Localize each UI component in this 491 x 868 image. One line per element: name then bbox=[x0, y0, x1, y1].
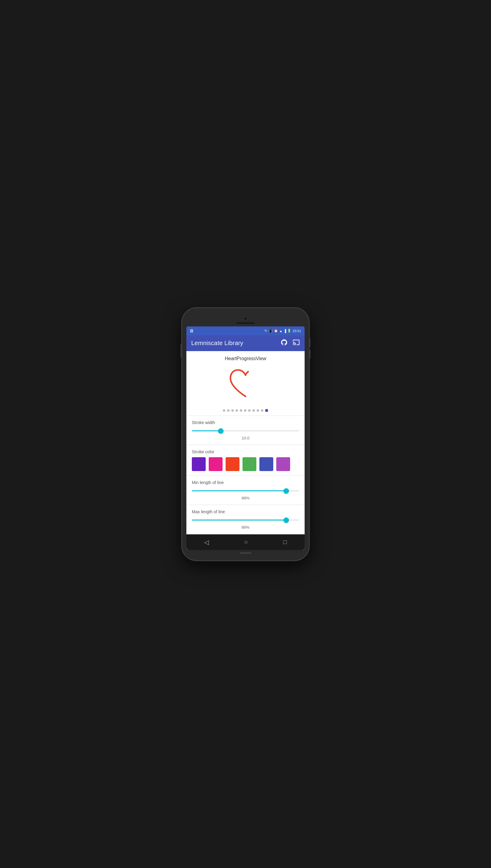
stroke-width-slider-fill bbox=[192, 430, 221, 431]
speaker bbox=[236, 322, 255, 324]
max-length-slider-thumb[interactable] bbox=[284, 518, 289, 523]
max-length-label: Max length of line bbox=[192, 509, 299, 514]
phone-top bbox=[186, 313, 305, 327]
color-swatch-violet[interactable] bbox=[276, 457, 290, 471]
status-right: ↻ 📳 ⏰ ▲ ▐ 🔋 23:51 bbox=[264, 329, 301, 333]
nav-bar: ◁ ○ □ bbox=[186, 534, 305, 550]
stroke-width-label: Stroke width bbox=[192, 420, 299, 425]
image-icon: 🖼 bbox=[190, 329, 193, 333]
alarm-icon: ⏰ bbox=[274, 329, 278, 333]
min-length-slider-fill bbox=[192, 490, 286, 491]
min-length-slider-track-wrapper[interactable] bbox=[192, 488, 299, 494]
stroke-width-slider-container: 10.0 bbox=[192, 428, 299, 440]
app-title: Lemniscate Library bbox=[191, 340, 243, 347]
clock: 23:51 bbox=[293, 329, 301, 333]
max-length-slider-fill bbox=[192, 520, 286, 521]
min-length-slider-track bbox=[192, 490, 299, 491]
status-left: 🖼 bbox=[190, 329, 193, 333]
color-swatch-green[interactable] bbox=[242, 457, 256, 471]
dot-7[interactable] bbox=[248, 409, 251, 412]
dot-4[interactable] bbox=[235, 409, 238, 412]
signal-icon: ▐ bbox=[284, 329, 286, 333]
max-length-group: Max length of line 88% bbox=[186, 505, 305, 534]
min-length-group: Min length of line 88% bbox=[186, 476, 305, 505]
dot-9[interactable] bbox=[257, 409, 259, 412]
camera bbox=[243, 316, 248, 321]
color-swatches bbox=[192, 457, 299, 471]
min-length-value: 88% bbox=[241, 496, 250, 500]
phone-screen: 🖼 ↻ 📳 ⏰ ▲ ▐ 🔋 23:51 Lemniscate Library bbox=[186, 327, 305, 550]
stroke-width-group: Stroke width 10.0 bbox=[186, 416, 305, 445]
home-indicator bbox=[239, 553, 252, 554]
stroke-width-slider-thumb[interactable] bbox=[218, 428, 224, 434]
app-bar: Lemniscate Library bbox=[186, 336, 305, 351]
color-swatch-blue[interactable] bbox=[259, 457, 273, 471]
max-length-value: 88% bbox=[241, 525, 250, 530]
stroke-color-group: Stroke color bbox=[186, 445, 305, 475]
heart-view-title: HeartProgressView bbox=[225, 356, 266, 361]
stroke-width-value: 10.0 bbox=[241, 436, 249, 440]
recent-button[interactable]: □ bbox=[283, 538, 287, 546]
dot-11[interactable] bbox=[265, 409, 268, 412]
power-button[interactable] bbox=[180, 344, 181, 358]
app-bar-icons bbox=[281, 339, 300, 348]
wifi-icon: ▲ bbox=[279, 329, 283, 333]
color-swatch-orange[interactable] bbox=[226, 457, 239, 471]
min-length-slider-container: 88% bbox=[192, 488, 299, 500]
stroke-color-label: Stroke color bbox=[192, 450, 299, 454]
min-length-slider-thumb[interactable] bbox=[284, 488, 289, 494]
max-length-slider-track-wrapper[interactable] bbox=[192, 517, 299, 523]
cast-icon[interactable] bbox=[293, 339, 300, 348]
phone-bottom bbox=[186, 550, 305, 555]
max-length-slider-track bbox=[192, 520, 299, 521]
home-button[interactable]: ○ bbox=[244, 538, 248, 546]
color-swatch-pink[interactable] bbox=[209, 457, 223, 471]
dot-5[interactable] bbox=[240, 409, 242, 412]
max-length-slider-container: 88% bbox=[192, 517, 299, 530]
pagination-dots bbox=[223, 409, 268, 412]
volume-up-button[interactable] bbox=[310, 338, 311, 347]
back-button[interactable]: ◁ bbox=[204, 538, 209, 546]
color-swatch-purple[interactable] bbox=[192, 457, 206, 471]
stroke-width-slider-track-wrapper[interactable] bbox=[192, 428, 299, 434]
dot-10[interactable] bbox=[261, 409, 263, 412]
controls-section: Stroke width 10.0 Stroke color bbox=[186, 416, 305, 534]
phone-device: 🖼 ↻ 📳 ⏰ ▲ ▐ 🔋 23:51 Lemniscate Library bbox=[182, 308, 309, 560]
dot-6[interactable] bbox=[244, 409, 247, 412]
stroke-width-slider-track bbox=[192, 430, 299, 431]
vibrate-icon: 📳 bbox=[268, 329, 272, 333]
heart-animation bbox=[221, 366, 270, 405]
heart-view-area: HeartProgressView bbox=[186, 351, 305, 416]
dot-2[interactable] bbox=[227, 409, 230, 412]
dot-8[interactable] bbox=[253, 409, 255, 412]
volume-down-button[interactable] bbox=[310, 350, 311, 359]
status-bar: 🖼 ↻ 📳 ⏰ ▲ ▐ 🔋 23:51 bbox=[186, 327, 305, 336]
battery-icon: 🔋 bbox=[287, 329, 291, 333]
dot-3[interactable] bbox=[231, 409, 234, 412]
dot-1[interactable] bbox=[223, 409, 225, 412]
min-length-label: Min length of line bbox=[192, 480, 299, 485]
rotate-icon: ↻ bbox=[264, 329, 267, 333]
github-icon[interactable] bbox=[281, 339, 288, 348]
